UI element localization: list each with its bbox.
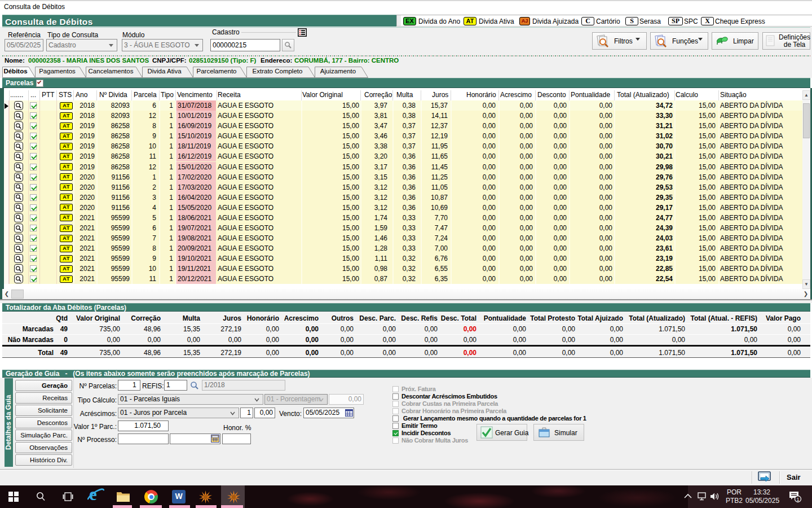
svg-text:1: 1: [796, 497, 799, 502]
